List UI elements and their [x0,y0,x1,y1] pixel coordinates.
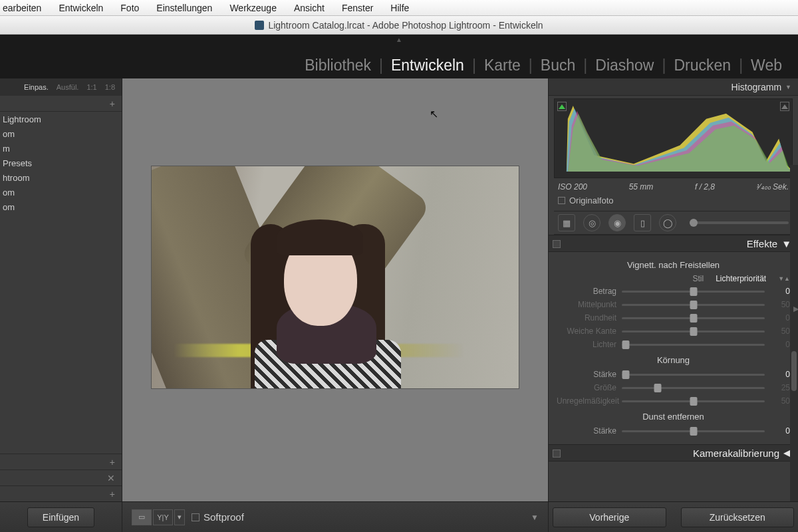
camera-calibration-header[interactable]: Kamerakalibrierung ◀ [549,444,798,462]
softproof-toggle[interactable]: Softproof [192,511,244,523]
before-after-menu-icon[interactable]: ▾ [174,509,185,525]
previous-button[interactable]: Vorherige [553,507,666,527]
menu-develop[interactable]: Entwickeln [59,3,103,13]
toolbar-menu-icon[interactable]: ▼ [531,513,539,522]
right-panel: Histogramm ▼ ISO 200 55 mm f / 2,8 ¹⁄₄₀₀… [548,78,798,501]
tab-library[interactable]: Bibliothek [297,57,379,74]
slider-knob [622,340,630,349]
slider-value: 25 [770,383,790,392]
app-icon [255,21,264,30]
before-after-lr-icon[interactable]: Y|Y [153,509,173,525]
original-photo-row[interactable]: Originalfoto [549,196,798,211]
slider-knob[interactable] [622,370,630,379]
redeye-tool-icon[interactable]: ◉ [608,214,626,231]
checkbox-icon[interactable] [192,513,200,521]
preset-item[interactable]: Lightroom [0,112,122,126]
slider-track[interactable] [622,291,765,293]
menu-help[interactable]: Hilfe [390,3,409,13]
reset-button[interactable]: Zurücksetzen [681,507,795,527]
histogram-header[interactable]: Histogramm ▼ [549,78,798,96]
crop-tool-icon[interactable]: ▦ [558,214,575,231]
preset-item[interactable]: htroom [0,170,122,185]
slider-knob[interactable] [690,287,697,296]
module-switcher: Bibliothek| Entwickeln| Karte| Buch| Dia… [297,57,790,74]
menu-settings[interactable]: Einstellungen [156,3,212,13]
slider-track[interactable] [622,430,765,432]
preset-list: Lightroom om m Presets htroom om om [0,112,122,214]
preset-item[interactable]: om [0,185,122,200]
right-scrollbar[interactable] [790,165,798,501]
effects-header[interactable]: Effekte ▼ [549,235,798,252]
tab-print[interactable]: Drucken [666,57,739,74]
cursor-icon: ↖ [430,108,438,120]
panel-switch-icon[interactable] [553,450,561,458]
bottom-toolbar: Einfügen ▭ Y|Y ▾ Softproof ▼ Vorherige Z… [0,501,798,532]
paste-button[interactable]: Einfügen [27,507,94,527]
exif-row: ISO 200 55 mm f / 2,8 ¹⁄₄₀₀ Sek. [549,181,798,196]
slider-dehaze-0[interactable]: Stärke0 [557,424,790,438]
slider-value: 50 [770,327,790,336]
scrollbar-thumb[interactable] [791,351,797,391]
spot-tool-icon[interactable]: ◎ [583,214,600,231]
identity-plate-area: ▲ Bibliothek| Entwickeln| Karte| Buch| D… [0,35,798,78]
preset-item[interactable]: Presets [0,156,122,170]
slider-value: 50 [770,300,790,309]
tab-slideshow[interactable]: Diashow [587,57,662,74]
preview-area[interactable]: ↖ [122,78,548,501]
zoom-1-8[interactable]: 1:8 [105,83,115,91]
os-menubar: earbeiten Entwickeln Foto Einstellungen … [0,0,798,16]
tab-develop[interactable]: Entwickeln [383,57,472,74]
plus-icon[interactable]: + [110,98,115,109]
zoom-fill[interactable]: Ausfül. [57,83,79,91]
navigator-zoom-row: Einpas. Ausfül. 1:1 1:8 [0,78,122,96]
close-icon[interactable]: ✕ [107,473,115,483]
photo-preview[interactable] [152,166,519,388]
slider-label: Mittelpunkt [557,300,616,309]
mask-slider[interactable] [690,221,789,224]
vignette-style-dropdown[interactable]: Stil Lichterpriorität ▼▲ [557,273,790,285]
menu-window[interactable]: Fenster [342,3,373,13]
slider-value: 0 [770,370,790,379]
loupe-view-icon[interactable]: ▭ [132,509,152,525]
slider-knob [690,301,697,309]
radial-tool-icon[interactable]: ◯ [659,214,676,231]
effects-body: Vignett. nach Freistellen Stil Lichterpr… [549,252,798,444]
slider-vignette-2: Rundheit0 [557,311,790,325]
slider-knob[interactable] [690,427,697,436]
slider-vignette-0[interactable]: Betrag0 [557,285,790,298]
panel-switch-icon[interactable] [553,240,561,248]
panel-collapse-right-icon[interactable]: ▶ [793,305,798,313]
gradient-tool-icon[interactable]: ▯ [634,214,651,231]
zoom-1-1[interactable]: 1:1 [86,83,96,91]
slider-knob [690,327,697,336]
slider-grain-0[interactable]: Stärke0 [557,368,790,381]
panel-collapse-top-icon[interactable]: ▲ [396,36,402,43]
presets-add-row: + [0,96,122,112]
menu-tools[interactable]: Werkzeuge [229,3,277,13]
menu-view[interactable]: Ansicht [294,3,325,13]
preset-item[interactable]: om [0,200,122,214]
slider-vignette-4: Lichter0 [557,338,790,351]
slider-label: Weiche Kante [557,327,616,336]
tab-web[interactable]: Web [743,57,790,74]
softproof-label: Softproof [203,511,244,523]
develop-toolstrip: ▦ ◎ ◉ ▯ ◯ [554,211,793,235]
snapshots-add-row: + [0,454,122,469]
tab-map[interactable]: Karte [476,57,529,74]
preset-item[interactable]: om [0,126,122,141]
menu-photo[interactable]: Foto [120,3,139,13]
slider-knob [690,397,697,406]
view-mode-toggle: ▭ Y|Y ▾ [132,509,185,525]
menu-edit[interactable]: earbeiten [3,3,41,13]
histogram[interactable] [554,98,793,178]
exif-aperture: f / 2,8 [695,182,715,192]
plus-icon[interactable]: + [110,457,115,467]
dropdown-caret-icon: ▼▲ [778,275,790,282]
plus-icon[interactable]: + [110,489,115,499]
slider-track[interactable] [622,374,765,376]
tab-book[interactable]: Buch [533,57,583,74]
slider-value: 0 [770,426,790,436]
preset-item[interactable]: m [0,141,122,156]
checkbox-icon[interactable] [558,197,565,204]
zoom-fit[interactable]: Einpas. [24,83,49,91]
